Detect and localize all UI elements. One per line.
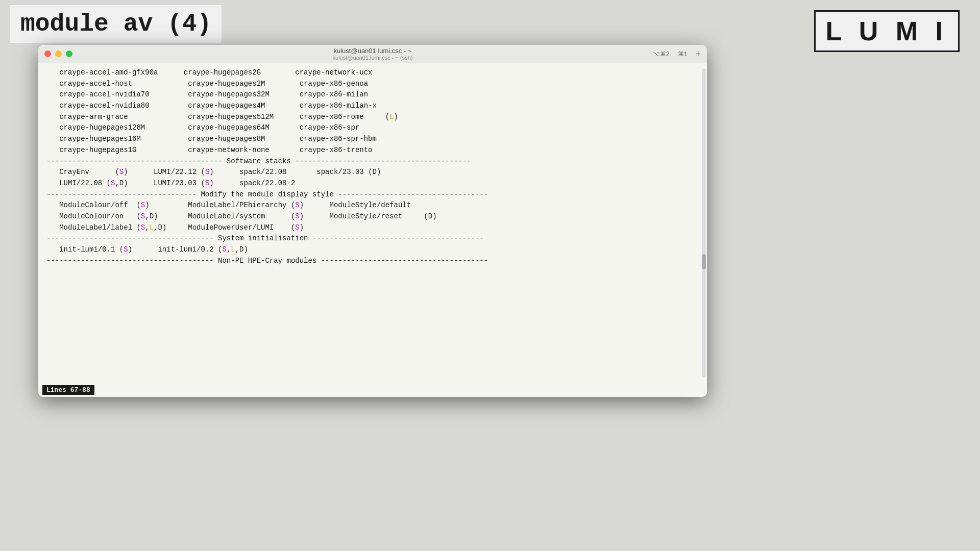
scrollbar-thumb[interactable] (702, 254, 706, 269)
titlebar-shortcut1: ⌥⌘2 (653, 51, 670, 58)
close-button[interactable] (44, 51, 51, 57)
section-header-non-pe-hpe: --------------------------------------- … (46, 256, 699, 267)
term-line: craype-hugepages16M craype-hugepages8M c… (46, 134, 699, 145)
terminal-statusbar: Lines 67-88 (38, 383, 707, 397)
term-line: ModuleColour/off (S) ModuleLabel/PEhiera… (46, 200, 699, 211)
terminal-window: kulust@uan01.lumi.csc - ~ kulust@uan01.l… (38, 45, 707, 397)
add-tab-button[interactable]: + (695, 49, 701, 59)
term-line: craype-accel-nvidia80 craype-hugepages4M… (46, 101, 699, 112)
lumi-logo: L U M I (814, 10, 960, 52)
titlebar-right: ⌥⌘2 ⌘1 + (653, 49, 701, 59)
section-header-display-style: ----------------------------------- Modi… (46, 189, 699, 201)
terminal-content[interactable]: craype-accel-amd-gfx90a craype-hugepages… (38, 63, 707, 383)
term-line: ModuleColour/on (S,D) ModuleLabel/system… (46, 211, 699, 222)
maximize-button[interactable] (66, 51, 72, 57)
titlebar-main-text: kulust@uan01.lumi.csc - ~ (333, 47, 413, 55)
terminal-scrollbar[interactable] (702, 68, 706, 378)
term-line: craype-accel-nvidia70 craype-hugepages32… (46, 89, 699, 101)
minimize-button[interactable] (55, 51, 62, 57)
term-line: LUMI/22.08 (S,D) LUMI/23.03 (S) spack/22… (46, 178, 699, 189)
term-line: init-lumi/0.1 (S) init-lumi/0.2 (S,L,D) (46, 244, 699, 256)
term-line: craype-accel-amd-gfx90a craype-hugepages… (46, 67, 699, 79)
titlebar-shortcut2: ⌘1 (678, 51, 688, 58)
section-header-system-init: --------------------------------------- … (46, 233, 699, 244)
titlebar-sub-text: kulust@uan01.lumi.csc - ~ (ssh) (333, 55, 413, 61)
term-line: craype-hugepages128M craype-hugepages64M… (46, 122, 699, 134)
section-header-software-stacks: ----------------------------------------… (46, 156, 699, 167)
term-line: craype-hugepages1G craype-network-none c… (46, 145, 699, 156)
term-line: ModuleLabel/label (S,L,D) ModulePowerUse… (46, 222, 699, 234)
terminal-body: craype-accel-amd-gfx90a craype-hugepages… (46, 67, 699, 266)
traffic-lights (44, 51, 72, 57)
lines-indicator: Lines 67-88 (42, 385, 94, 395)
page-title-area: module av (4) (10, 10, 222, 38)
page-title: module av (4) (10, 5, 222, 43)
terminal-titlebar: kulust@uan01.lumi.csc - ~ kulust@uan01.l… (38, 45, 707, 63)
titlebar-center: kulust@uan01.lumi.csc - ~ kulust@uan01.l… (333, 47, 413, 61)
term-line: CrayEnv (S) LUMI/22.12 (S) spack/22.08 s… (46, 167, 699, 178)
term-line: craype-arm-grace craype-hugepages512M cr… (46, 112, 699, 123)
term-line: craype-accel-host craype-hugepages2M cra… (46, 79, 699, 90)
